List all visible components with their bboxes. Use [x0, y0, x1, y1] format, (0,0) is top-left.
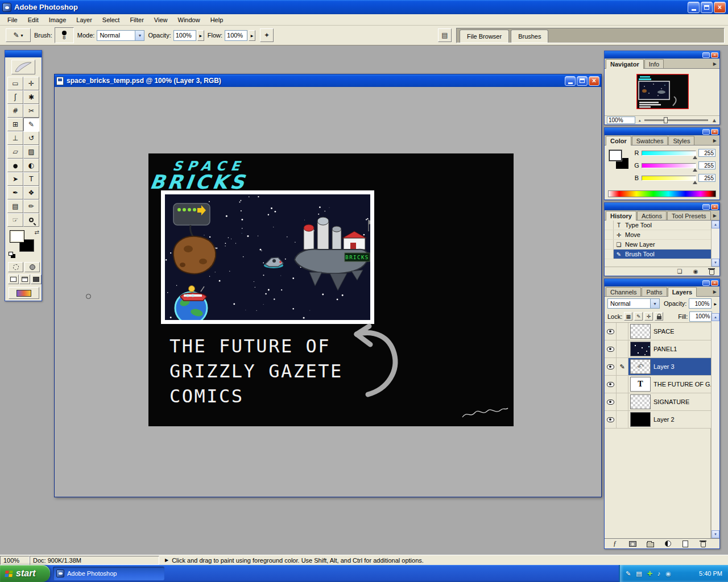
- link-well[interactable]: [617, 393, 628, 410]
- layer-fill-input[interactable]: 100%: [689, 311, 712, 322]
- menu-window[interactable]: Window: [173, 15, 205, 24]
- red-slider-thumb[interactable]: [693, 156, 697, 159]
- slice-tool[interactable]: ✂: [23, 104, 39, 118]
- zoom-slider-thumb[interactable]: [664, 117, 668, 123]
- add-layer-style-button[interactable]: ƒ: [609, 540, 621, 547]
- tab-layers[interactable]: Layers: [668, 287, 697, 297]
- navigator-thumbnail[interactable]: [636, 74, 689, 109]
- pen-tool[interactable]: ✒: [7, 186, 23, 199]
- flow-input[interactable]: 100%: [225, 30, 247, 41]
- menu-image[interactable]: Image: [44, 15, 72, 24]
- red-slider[interactable]: [642, 151, 696, 156]
- document-titlebar[interactable]: space_bricks_temp.psd @ 100% (Layer 3, R…: [55, 74, 601, 87]
- default-colors-icon[interactable]: [9, 252, 16, 259]
- color-spectrum-ramp[interactable]: [608, 190, 716, 197]
- tab-paths[interactable]: Paths: [642, 287, 667, 296]
- foreground-color-chip[interactable]: [10, 230, 24, 243]
- delete-layer-button[interactable]: [697, 540, 709, 547]
- menu-select[interactable]: Select: [97, 15, 125, 24]
- history-state-move[interactable]: ✛ Move: [605, 230, 711, 240]
- tab-color[interactable]: Color: [606, 136, 631, 146]
- palette-minimize-button[interactable]: [702, 129, 710, 135]
- link-well[interactable]: [617, 323, 628, 340]
- crop-tool[interactable]: #: [7, 104, 23, 118]
- fullscreen-menubar-button[interactable]: [19, 275, 30, 284]
- hand-tool[interactable]: ☞: [7, 213, 23, 227]
- layers-titlebar[interactable]: ×: [605, 279, 719, 286]
- palette-menu-arrow-icon[interactable]: ▶: [713, 213, 718, 220]
- tab-swatches[interactable]: Swatches: [632, 136, 668, 145]
- layer-row-layer3[interactable]: ✎ ↶ Layer 3: [605, 358, 711, 376]
- system-tray-icon[interactable]: ▤: [636, 570, 642, 577]
- palette-close-button[interactable]: ×: [711, 280, 718, 286]
- restore-button[interactable]: [701, 2, 713, 13]
- healing-brush-tool[interactable]: ⊞: [7, 118, 23, 131]
- lock-position-toggle[interactable]: ✛: [644, 312, 653, 321]
- foreground-color-chip[interactable]: [609, 150, 622, 161]
- palette-close-button[interactable]: ×: [711, 204, 718, 210]
- type-layer-thumbnail[interactable]: T: [630, 377, 651, 392]
- tab-file-browser[interactable]: File Browser: [460, 30, 509, 43]
- file-browser-toggle-button[interactable]: ▤: [438, 28, 452, 42]
- history-state-type-tool[interactable]: T Type Tool: [605, 221, 711, 230]
- doc-minimize-button[interactable]: [565, 76, 576, 86]
- green-slider[interactable]: [642, 163, 696, 168]
- blue-value-input[interactable]: 255: [698, 174, 715, 182]
- magic-wand-tool[interactable]: ✱: [23, 90, 39, 104]
- palette-minimize-button[interactable]: [702, 280, 710, 286]
- navigator-titlebar[interactable]: ×: [605, 51, 719, 59]
- layer-opacity-input[interactable]: 100%: [689, 298, 712, 309]
- standard-screen-button[interactable]: [8, 275, 19, 284]
- status-doc-size[interactable]: Doc: 900K/1.38M: [30, 556, 159, 565]
- messenger-icon[interactable]: ◉: [665, 570, 671, 577]
- taskbar-item-photoshop[interactable]: Adobe Photoshop: [53, 567, 164, 580]
- link-well[interactable]: [617, 376, 628, 393]
- close-button[interactable]: ×: [714, 2, 726, 13]
- history-titlebar[interactable]: ×: [605, 203, 719, 210]
- layers-scrollbar[interactable]: ▲ ▼: [711, 313, 719, 538]
- tab-channels[interactable]: Channels: [606, 287, 641, 296]
- opacity-spinner[interactable]: ▶: [714, 302, 717, 306]
- tab-tool-presets[interactable]: Tool Presets: [667, 211, 711, 220]
- navigator-zoom-input[interactable]: 100%: [607, 117, 635, 124]
- tab-styles[interactable]: Styles: [668, 136, 694, 145]
- layer-thumbnail[interactable]: [630, 324, 651, 339]
- canvas-area[interactable]: SPACE BRICKS: [55, 87, 601, 497]
- scroll-down-button[interactable]: ▼: [712, 530, 719, 538]
- clock[interactable]: 5:40 PM: [699, 570, 722, 577]
- flow-spinner[interactable]: ▶: [249, 30, 255, 41]
- history-state-brush-tool[interactable]: ✎ Brush Tool: [605, 250, 711, 259]
- doc-close-button[interactable]: ×: [589, 76, 599, 86]
- history-brush-tool[interactable]: ↺: [23, 131, 39, 145]
- palette-menu-arrow-icon[interactable]: ▶: [713, 61, 718, 68]
- tool-preset-picker[interactable]: ✎ ▾: [6, 28, 31, 42]
- scroll-up-button[interactable]: ▲: [712, 221, 719, 228]
- palette-menu-arrow-icon[interactable]: ▶: [713, 138, 718, 145]
- airbrush-button[interactable]: ✦: [260, 28, 274, 42]
- quick-mask-mode-button[interactable]: [24, 262, 40, 272]
- adobe-logo-button[interactable]: [11, 60, 35, 74]
- visibility-toggle[interactable]: [605, 393, 617, 410]
- menu-edit[interactable]: Edit: [23, 15, 44, 24]
- palette-menu-arrow-icon[interactable]: ▶: [713, 289, 718, 296]
- rectangular-marquee-tool[interactable]: ▭: [7, 77, 23, 90]
- scroll-down-button[interactable]: ▼: [712, 259, 719, 267]
- new-layer-set-button[interactable]: [644, 540, 656, 547]
- scroll-up-button[interactable]: ▲: [712, 313, 719, 321]
- lock-transparency-toggle[interactable]: ▦: [624, 312, 632, 321]
- path-selection-tool[interactable]: ➤: [7, 172, 23, 186]
- brush-tool[interactable]: ✎: [23, 118, 39, 131]
- lasso-tool[interactable]: ʃ: [7, 90, 23, 104]
- status-zoom-input[interactable]: 100%: [0, 556, 30, 565]
- layer-thumbnail[interactable]: [630, 342, 651, 356]
- blue-slider-thumb[interactable]: [693, 181, 697, 184]
- zoom-in-icon[interactable]: ▲: [712, 117, 717, 123]
- layer-row-signature[interactable]: SIGNATURE: [605, 393, 711, 411]
- layer-thumbnail[interactable]: [630, 394, 651, 409]
- lock-all-toggle[interactable]: [655, 312, 663, 321]
- palette-close-button[interactable]: ×: [711, 52, 718, 58]
- layer-thumbnail[interactable]: [630, 412, 651, 427]
- menu-layer[interactable]: Layer: [71, 15, 97, 24]
- new-layer-button[interactable]: [680, 540, 691, 547]
- menu-file[interactable]: File: [2, 15, 23, 24]
